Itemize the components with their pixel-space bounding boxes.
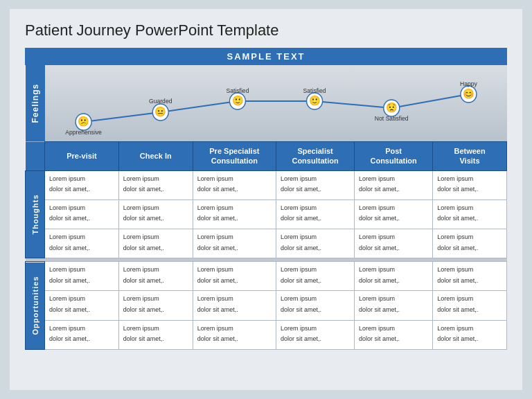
slide-title: Patient Journey PowerPoint Template — [25, 21, 507, 39]
opps-check-in-3: Lorem ipsumdolor sit amet,. — [118, 320, 193, 349]
svg-text:Satisfied: Satisfied — [303, 87, 326, 94]
opps-pre-visit-2: Lorem ipsumdolor sit amet,. — [45, 291, 119, 320]
thoughts-between-2: Lorem ipsumdolor sit amet,. — [433, 200, 507, 229]
col-header-pre-visit: Pre-visit — [45, 142, 119, 171]
opps-between-3: Lorem ipsumdolor sit amet,. — [433, 320, 507, 349]
thoughts-pre-spec-1: Lorem ipsumdolor sit amet,. — [193, 170, 276, 200]
opps-pre-spec-3: Lorem ipsumdolor sit amet,. — [193, 320, 276, 349]
svg-text:😊: 😊 — [463, 88, 475, 100]
thoughts-post-1: Lorem ipsumdolor sit amet,. — [355, 170, 433, 200]
col-header-pre-specialist: Pre SpecialistConsultation — [193, 142, 276, 171]
thoughts-spec-2: Lorem ipsumdolor sit amet,. — [276, 200, 355, 229]
thoughts-row-1: Thoughts Lorem ipsumdolor sit amet,. Lor… — [26, 170, 507, 200]
svg-text:Apprehensive: Apprehensive — [65, 129, 102, 136]
slide: Patient Journey PowerPoint Template SAMP… — [10, 9, 522, 390]
opps-check-in-1: Lorem ipsumdolor sit amet,. — [118, 262, 193, 291]
opps-spec-2: Lorem ipsumdolor sit amet,. — [276, 291, 355, 320]
thoughts-post-2: Lorem ipsumdolor sit amet,. — [355, 200, 433, 229]
main-table: Feelings — [25, 65, 507, 350]
thoughts-between-1: Lorem ipsumdolor sit amet,. — [433, 170, 507, 200]
svg-text:😐: 😐 — [154, 106, 167, 118]
svg-text:Satisfied: Satisfied — [226, 87, 249, 94]
svg-text:Happy: Happy — [459, 80, 477, 87]
thoughts-pre-spec-2: Lorem ipsumdolor sit amet,. — [193, 200, 276, 229]
svg-rect-0 — [45, 65, 507, 141]
svg-text:🙂: 🙂 — [231, 95, 244, 107]
opps-pre-spec-2: Lorem ipsumdolor sit amet,. — [193, 291, 276, 320]
opps-between-2: Lorem ipsumdolor sit amet,. — [433, 291, 507, 320]
thoughts-pre-spec-3: Lorem ipsumdolor sit amet,. — [193, 229, 276, 258]
opps-spec-3: Lorem ipsumdolor sit amet,. — [276, 320, 355, 349]
thoughts-row-3: Lorem ipsumdolor sit amet,. Lorem ipsumd… — [26, 229, 507, 258]
opportunities-row-2: Lorem ipsumdolor sit amet,. Lorem ipsumd… — [26, 291, 507, 320]
col-header-check-in: Check In — [118, 142, 193, 171]
feelings-chart: 😕 Apprehensive 😐 Guarded 🙂 Satisfied 🙂 — [45, 65, 507, 141]
feelings-label: Feelings — [26, 65, 45, 142]
thoughts-pre-visit-1: Lorem ipsumdolor sit amet,. — [45, 170, 119, 200]
opportunities-label: Opportunities — [26, 262, 45, 350]
svg-text:Not Satisfied: Not Satisfied — [374, 115, 408, 122]
opps-spec-1: Lorem ipsumdolor sit amet,. — [276, 262, 355, 291]
opportunities-row-1: Opportunities Lorem ipsumdolor sit amet,… — [26, 262, 507, 291]
feelings-row: Feelings — [26, 65, 507, 142]
thoughts-post-3: Lorem ipsumdolor sit amet,. — [355, 229, 433, 258]
thoughts-pre-visit-2: Lorem ipsumdolor sit amet,. — [45, 200, 119, 229]
svg-text:Guarded: Guarded — [149, 98, 172, 105]
col-header-specialist: SpecialistConsultation — [276, 142, 355, 171]
thoughts-check-in-3: Lorem ipsumdolor sit amet,. — [118, 229, 193, 258]
col-header-between: BetweenVisits — [433, 142, 507, 171]
thoughts-between-3: Lorem ipsumdolor sit amet,. — [433, 229, 507, 258]
thoughts-spec-3: Lorem ipsumdolor sit amet,. — [276, 229, 355, 258]
opps-pre-visit-3: Lorem ipsumdolor sit amet,. — [45, 320, 119, 349]
thoughts-check-in-1: Lorem ipsumdolor sit amet,. — [118, 170, 193, 200]
svg-text:😟: 😟 — [385, 102, 398, 114]
thoughts-label: Thoughts — [26, 170, 45, 258]
thoughts-spec-1: Lorem ipsumdolor sit amet,. — [276, 170, 355, 200]
opps-pre-spec-1: Lorem ipsumdolor sit amet,. — [193, 262, 276, 291]
opps-post-3: Lorem ipsumdolor sit amet,. — [355, 320, 433, 349]
thoughts-pre-visit-3: Lorem ipsumdolor sit amet,. — [45, 229, 119, 258]
opps-post-2: Lorem ipsumdolor sit amet,. — [355, 291, 433, 320]
sample-text-bar: SAMPLE TEXT — [25, 48, 507, 65]
svg-text:🙂: 🙂 — [308, 95, 321, 107]
thoughts-check-in-2: Lorem ipsumdolor sit amet,. — [118, 200, 193, 229]
svg-text:😕: 😕 — [78, 116, 90, 127]
opportunities-row-3: Lorem ipsumdolor sit amet,. Lorem ipsumd… — [26, 320, 507, 349]
column-headers-row: Pre-visit Check In Pre SpecialistConsult… — [26, 142, 507, 171]
opps-between-1: Lorem ipsumdolor sit amet,. — [433, 262, 507, 291]
thoughts-row-2: Lorem ipsumdolor sit amet,. Lorem ipsumd… — [26, 200, 507, 229]
opps-pre-visit-1: Lorem ipsumdolor sit amet,. — [45, 262, 119, 291]
opps-post-1: Lorem ipsumdolor sit amet,. — [355, 262, 433, 291]
opps-check-in-2: Lorem ipsumdolor sit amet,. — [118, 291, 193, 320]
col-header-post: PostConsultation — [355, 142, 433, 171]
